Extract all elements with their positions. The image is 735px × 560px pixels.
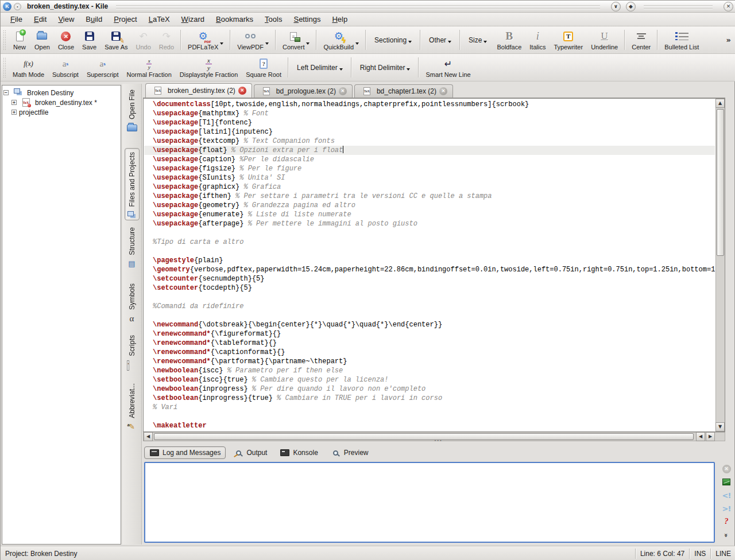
editor-line-24[interactable] bbox=[144, 311, 715, 320]
scroll-down-arrow-icon[interactable]: ▼ bbox=[715, 422, 725, 431]
menu-build[interactable]: Build bbox=[80, 14, 107, 25]
editor-line-22[interactable] bbox=[144, 293, 715, 302]
tab-close-icon[interactable]: ✕ bbox=[439, 87, 447, 95]
dropdown-arrow-icon[interactable] bbox=[355, 42, 359, 46]
sectioning-button[interactable]: Sectioning bbox=[369, 27, 417, 53]
math-mode-button[interactable]: f(x)Math Mode bbox=[9, 55, 48, 80]
vertical-scrollbar-thumb[interactable] bbox=[717, 109, 724, 256]
expand-toggle-icon[interactable]: + bbox=[11, 110, 17, 115]
editor-line-33[interactable]: \setboolean{inprogress}{true} % Cambiare… bbox=[144, 394, 715, 403]
editor-line-23[interactable]: %Comandi da ridefinire bbox=[144, 302, 715, 311]
quickbuild-button[interactable]: ⚙ϟQuickBuild bbox=[319, 27, 363, 53]
expand-toggle-icon[interactable]: + bbox=[11, 100, 17, 105]
log-stats-icon[interactable] bbox=[721, 477, 732, 487]
bottom-tab-log-and-messages[interactable]: Log and Messages bbox=[144, 446, 226, 459]
editor-code-area[interactable]: \documentclass[10pt,twoside,english,norm… bbox=[144, 100, 715, 431]
stop-icon[interactable]: ✕ bbox=[721, 464, 732, 473]
undo-button[interactable]: ↶Undo bbox=[131, 27, 154, 53]
log-messages-panel[interactable] bbox=[144, 462, 715, 543]
bottom-tab-preview[interactable]: Preview bbox=[326, 446, 374, 459]
menu-wizard[interactable]: Wizard bbox=[176, 14, 210, 25]
editor-line-9[interactable]: \usepackage{SIunits} % Unita' SI bbox=[144, 173, 715, 182]
shade-window-button[interactable]: ∨ bbox=[611, 2, 621, 11]
right-delimiter-button[interactable]: Right Delimiter bbox=[354, 55, 416, 80]
left-delimiter-button[interactable]: Left Delimiter bbox=[291, 55, 349, 80]
editor-line-1[interactable]: \documentclass[10pt,twoside,english,norm… bbox=[144, 100, 715, 109]
editor-line-31[interactable]: \setboolean{iscc}{true} % Cambiare quest… bbox=[144, 375, 715, 384]
dropdown-arrow-icon[interactable] bbox=[265, 42, 269, 46]
editor-line-28[interactable]: \renewcommand*{\captionformat}{} bbox=[144, 348, 715, 357]
displaystyle-fraction-button[interactable]: xyDisplaystyle Fraction bbox=[176, 55, 242, 80]
tab-close-icon[interactable]: ✕ bbox=[339, 87, 347, 95]
editor-line-19[interactable]: \geometry{verbose,pdftex,paperwidth=15.2… bbox=[144, 265, 715, 274]
editor-line-8[interactable]: \usepackage{figsize} % Per le figure bbox=[144, 164, 715, 173]
menu-view[interactable]: View bbox=[53, 14, 79, 25]
dropdown-arrow-icon[interactable] bbox=[448, 41, 451, 45]
boldface-button[interactable]: BBoldface bbox=[493, 27, 525, 53]
smart-new-line-button[interactable]: ↵Smart New Line bbox=[421, 55, 474, 80]
previous-error-icon[interactable]: <! bbox=[721, 491, 732, 500]
pin-window-icon[interactable]: • bbox=[14, 3, 21, 10]
editor-line-10[interactable]: \usepackage{graphicx} % Grafica bbox=[144, 182, 715, 192]
menu-settings[interactable]: Settings bbox=[288, 14, 326, 25]
editor-line-2[interactable]: \usepackage{mathptmx} % Font bbox=[144, 109, 715, 118]
scroll-left-arrow-icon[interactable]: ◀ bbox=[144, 432, 153, 441]
bottom-tab-output[interactable]: Output bbox=[228, 446, 272, 459]
next-error-icon[interactable]: >! bbox=[721, 504, 732, 513]
center-button[interactable]: Center bbox=[628, 27, 655, 53]
editor-line-12[interactable]: \usepackage{geometry} % Grandezza pagina… bbox=[144, 201, 715, 210]
dropdown-arrow-icon[interactable] bbox=[483, 41, 487, 45]
dropdown-arrow-icon[interactable] bbox=[408, 41, 412, 45]
collapse-toggle-icon[interactable]: − bbox=[3, 90, 9, 95]
document-tab-1[interactable]: TeXbroken_destiny.tex (2)✕ bbox=[145, 83, 252, 98]
tree-item-broken-destiny-tex-[interactable]: +TeXbroken_destiny.tex * bbox=[3, 98, 119, 107]
menu-latex[interactable]: LaTeX bbox=[144, 14, 175, 25]
pdflatex-button[interactable]: ⚙PDFPDFLaTeX bbox=[184, 27, 227, 53]
editor-line-36[interactable]: \makeatletter bbox=[144, 421, 715, 430]
dropdown-arrow-icon[interactable] bbox=[220, 42, 223, 46]
save-button[interactable]: Save bbox=[78, 27, 100, 53]
menu-project[interactable]: Project bbox=[109, 14, 142, 25]
menu-tools[interactable]: Tools bbox=[260, 14, 287, 25]
close-window-button[interactable]: ✕ bbox=[724, 2, 733, 11]
editor[interactable]: \documentclass[10pt,twoside,english,norm… bbox=[143, 98, 725, 432]
document-tab-3[interactable]: TeXbd_chapter1.tex (2)✕ bbox=[354, 84, 453, 98]
superscript-button[interactable]: asSuperscript bbox=[83, 55, 123, 80]
scroll-up-arrow-icon[interactable]: ▲ bbox=[715, 99, 725, 108]
editor-line-30[interactable]: \newboolean{iscc} % Parametro per if the… bbox=[144, 366, 715, 375]
editor-line-15[interactable] bbox=[144, 228, 715, 238]
dropdown-arrow-icon[interactable] bbox=[339, 68, 343, 72]
editor-line-14[interactable]: \usepackage{afterpage} % Per mettere le … bbox=[144, 219, 715, 228]
normal-fraction-button[interactable]: xyNormal Fraction bbox=[123, 55, 176, 80]
editor-line-20[interactable]: \setcounter{secnumdepth}{5} bbox=[144, 274, 715, 283]
open-button[interactable]: Open bbox=[30, 27, 54, 53]
menu-help[interactable]: Help bbox=[327, 14, 353, 25]
editor-line-35[interactable] bbox=[144, 412, 715, 421]
editor-line-32[interactable]: \newboolean{inprogress} % Per dire quand… bbox=[144, 384, 715, 394]
editor-line-13[interactable]: \usepackage{enumerate} % Liste di liste … bbox=[144, 210, 715, 219]
title-bar[interactable]: K • broken_destiny.tex - Kile ∨ ◆ ✕ bbox=[1, 1, 735, 13]
sidebar-tab-scripts[interactable]: Scripts</> bbox=[125, 332, 139, 376]
subscript-button[interactable]: asSubscript bbox=[48, 55, 83, 80]
menu-bookmarks[interactable]: Bookmarks bbox=[211, 14, 258, 25]
sidebar-tab-open-file[interactable]: Open File bbox=[125, 86, 139, 145]
italics-button[interactable]: iItalics bbox=[525, 27, 550, 53]
bulleted-list-button[interactable]: Bulleted List bbox=[660, 27, 703, 53]
document-tab-2[interactable]: TeXbd_prologue.tex (2)✕ bbox=[254, 84, 353, 98]
kile-app-icon[interactable]: K bbox=[3, 2, 11, 11]
editor-line-29[interactable]: \renewcommand*{\partformat}{\partname~\t… bbox=[144, 357, 715, 366]
editor-line-6[interactable]: \usepackage{float} % Opzioni extra per i… bbox=[144, 146, 715, 155]
editor-line-7[interactable]: \usepackage{caption} %Per le didascalie bbox=[144, 155, 715, 164]
scroll-right-arrow-icon[interactable]: ▶ bbox=[706, 432, 715, 441]
more-chevrons-icon[interactable]: » bbox=[722, 530, 731, 540]
bad-box-icon[interactable]: ? bbox=[721, 517, 732, 526]
convert-button[interactable]: ≡Convert bbox=[278, 27, 314, 53]
toolbar-grip[interactable] bbox=[3, 57, 6, 77]
menu-file[interactable]: File bbox=[5, 14, 28, 25]
maximize-window-button[interactable]: ◆ bbox=[626, 2, 636, 11]
editor-line-5[interactable]: \usepackage{textcomp} % Text Companion f… bbox=[144, 137, 715, 146]
bottom-tab-konsole[interactable]: Konsole bbox=[274, 446, 323, 459]
sidebar-tab-abbreviat-[interactable]: Abbreviat...✎a bbox=[125, 380, 139, 433]
other-button[interactable]: Other bbox=[423, 27, 457, 53]
sidebar-tab-symbols[interactable]: Symbolsα bbox=[125, 280, 139, 328]
